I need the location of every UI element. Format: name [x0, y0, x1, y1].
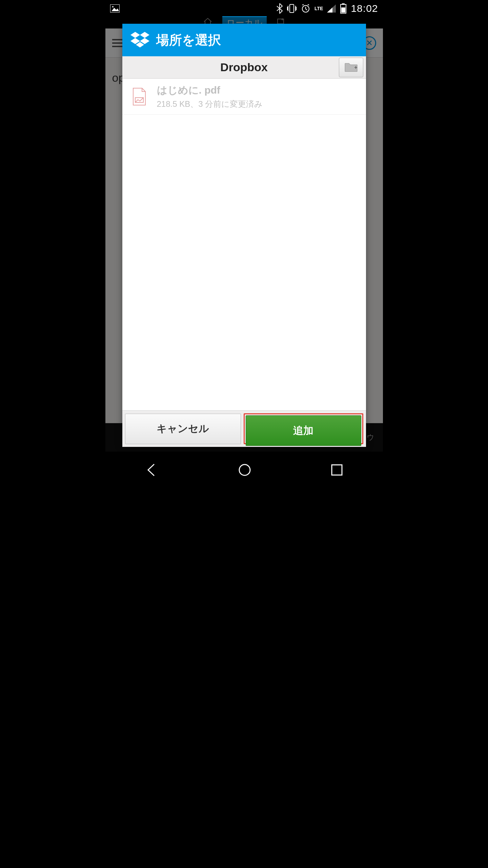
file-meta: はじめに. pdf 218.5 KB、3 分前に変更済み — [157, 83, 263, 110]
svg-point-17 — [239, 465, 250, 475]
cancel-button-label: キャンセル — [157, 422, 209, 436]
new-folder-icon — [344, 61, 358, 74]
location-picker-dialog: 場所を選択 Dropbox — [122, 24, 366, 447]
svg-marker-11 — [130, 32, 140, 38]
device-frame: LTE 70 18:02 ローカル ✕ op 新規 — [105, 0, 383, 488]
network-type-label: LTE — [314, 6, 323, 11]
battery-icon: 70 — [340, 3, 347, 14]
status-bar: LTE 70 18:02 — [105, 0, 383, 17]
dialog-header: 場所を選択 — [122, 24, 366, 56]
back-icon[interactable] — [145, 463, 159, 477]
new-folder-button[interactable] — [339, 58, 363, 77]
breadcrumb[interactable]: Dropbox — [122, 61, 366, 74]
svg-marker-1 — [111, 8, 119, 11]
file-list[interactable]: はじめに. pdf 218.5 KB、3 分前に変更済み — [122, 79, 366, 410]
alarm-icon — [301, 4, 310, 13]
picture-icon — [110, 4, 120, 13]
add-button-highlight: 追加 — [244, 413, 363, 444]
svg-marker-12 — [140, 32, 149, 38]
list-item[interactable]: はじめに. pdf 218.5 KB、3 分前に変更済み — [122, 79, 366, 115]
file-icon — [130, 87, 149, 106]
add-button[interactable]: 追加 — [246, 415, 361, 446]
battery-percent: 70 — [341, 4, 345, 8]
svg-marker-6 — [327, 7, 332, 13]
svg-marker-15 — [136, 42, 144, 47]
svg-rect-16 — [135, 98, 143, 102]
svg-point-2 — [112, 6, 114, 7]
dropbox-icon — [130, 32, 149, 48]
dialog-title: 場所を選択 — [156, 32, 221, 49]
svg-rect-18 — [332, 465, 342, 475]
svg-rect-3 — [290, 4, 294, 13]
home-nav-icon[interactable] — [238, 463, 252, 477]
file-name: はじめに. pdf — [157, 83, 263, 97]
dialog-footer: キャンセル 追加 — [122, 410, 366, 447]
recents-icon[interactable] — [330, 463, 343, 476]
system-navbar — [105, 452, 383, 488]
status-time: 18:02 — [351, 3, 378, 14]
svg-rect-9 — [341, 7, 345, 13]
vibrate-icon — [287, 4, 297, 13]
file-detail: 218.5 KB、3 分前に変更済み — [157, 99, 263, 110]
bluetooth-icon — [277, 3, 283, 14]
dialog-breadcrumb-bar: Dropbox — [122, 56, 366, 79]
add-button-label: 追加 — [293, 424, 313, 438]
signal-icon — [327, 4, 336, 13]
cancel-button[interactable]: キャンセル — [125, 414, 241, 444]
